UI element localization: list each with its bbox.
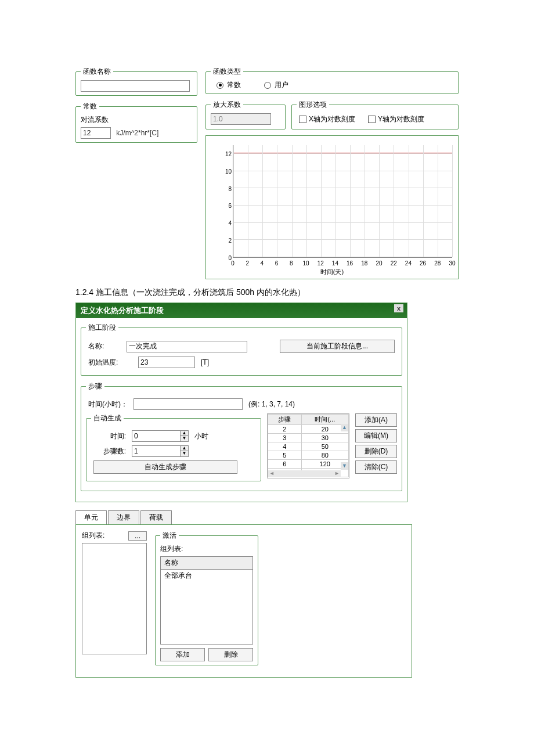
spin-down-icon[interactable]: ▼ [181, 436, 188, 441]
chart-xlabel: 时间(天) [206, 268, 458, 276]
constant-group: 常数 对流系数 kJ/m^2*hr*[C] [75, 102, 197, 143]
amp-group: 放大系数 [205, 100, 286, 129]
conv-coef-unit: kJ/m^2*hr*[C] [116, 129, 158, 137]
radio-constant[interactable]: 常数 [217, 80, 241, 90]
table-row[interactable]: 220 [268, 425, 349, 434]
func-name-legend: 函数名称 [81, 67, 113, 77]
graph-opt-group: 图形选项 X轴为对数刻度 Y轴为对数刻度 [291, 100, 459, 129]
chart-area: 024681012 024681012141618202224262830 时间… [205, 135, 459, 279]
table-row[interactable]: 450 [268, 442, 349, 451]
table-row[interactable]: 6120 [268, 460, 349, 469]
scroll-down-icon[interactable]: ▼ [341, 462, 348, 470]
checkbox-icon [299, 116, 306, 123]
tab-bar: 单元 边界 荷载 [75, 510, 400, 524]
activate-legend: 激活 [160, 531, 179, 541]
init-temp-input[interactable] [138, 357, 195, 368]
col-time[interactable]: 时间(... [301, 415, 348, 425]
stage-legend: 施工阶段 [86, 323, 118, 333]
section-heading: 1.2.4 施工信息（一次浇注完成，分析浇筑后 500h 内的水化热） [75, 287, 459, 298]
tab-load[interactable]: 荷载 [140, 510, 172, 524]
func-name-input[interactable] [81, 80, 190, 92]
auto-count-label: 步骤数: [93, 447, 126, 456]
spin-down-icon[interactable]: ▼ [181, 451, 188, 456]
stage-dialog: 定义水化热分析施工阶段 x 施工阶段 名称: 当前施工阶段信息... 初始温度:… [75, 303, 407, 502]
activate-list-label: 组列表: [160, 544, 253, 554]
steps-table[interactable]: 步骤时间(... 22033045058061207170 ▲ ▼ [267, 413, 349, 478]
stage-info-button[interactable]: 当前施工阶段信息... [280, 340, 395, 353]
steps-group: 步骤 时间(小时)： (例: 1, 3, 7, 14) 自动生成 时间: ▲▼ … [81, 381, 402, 491]
time-example: (例: 1, 3, 7, 14) [248, 399, 295, 409]
cb-xlog[interactable]: X轴为对数刻度 [299, 114, 355, 124]
clear-button[interactable]: 清除(C) [355, 460, 397, 474]
auto-gen-group: 自动生成 时间: ▲▼ 小时 步骤数: ▲▼ 自动生成步骤 [86, 413, 261, 481]
time-hours-label: 时间(小时)： [88, 399, 128, 409]
activate-delete-button[interactable]: 删除 [208, 648, 253, 661]
amp-input [211, 113, 271, 125]
tab-element[interactable]: 单元 [75, 510, 107, 524]
func-type-legend: 函数类型 [211, 67, 243, 77]
add-button[interactable]: 添加(A) [355, 413, 397, 427]
radio-icon [264, 82, 271, 89]
stage-name-label: 名称: [88, 341, 121, 351]
checkbox-icon [368, 116, 376, 123]
activate-group: 激活 组列表: 名称 全部承台 添加 删除 [155, 531, 258, 665]
auto-time-unit: 小时 [194, 431, 208, 441]
group-listbox[interactable] [82, 543, 147, 654]
time-hours-input[interactable] [134, 398, 243, 410]
conv-coef-label: 对流系数 [81, 115, 109, 125]
browse-button[interactable]: ... [128, 531, 147, 541]
scroll-up-icon[interactable]: ▲ [341, 424, 348, 431]
radio-dot-icon [217, 82, 223, 89]
auto-gen-button[interactable]: 自动生成步骤 [93, 460, 237, 474]
init-temp-unit: [T] [201, 358, 209, 366]
activate-list-header: 名称 [161, 557, 252, 570]
steps-legend: 步骤 [86, 381, 104, 391]
func-name-group: 函数名称 [75, 67, 197, 96]
graph-opt-legend: 图形选项 [297, 100, 329, 110]
edit-button[interactable]: 编辑(M) [355, 429, 397, 442]
tab-boundary[interactable]: 边界 [108, 510, 139, 524]
cb-ylog[interactable]: Y轴为对数刻度 [368, 114, 424, 124]
radio-user[interactable]: 用户 [264, 80, 288, 90]
init-temp-label: 初始温度: [88, 358, 132, 368]
col-step[interactable]: 步骤 [268, 415, 302, 425]
group-list-label: 组列表: [82, 531, 104, 541]
table-row[interactable]: 580 [268, 451, 349, 460]
auto-time-stepper[interactable]: ▲▼ [132, 430, 189, 442]
amp-legend: 放大系数 [211, 100, 243, 110]
func-type-group: 函数类型 常数 用户 [205, 67, 459, 94]
stage-name-input[interactable] [127, 341, 247, 352]
table-row[interactable]: 330 [268, 434, 349, 442]
close-icon[interactable]: x [394, 304, 403, 312]
scroll-horizontal[interactable] [268, 470, 341, 477]
auto-count-stepper[interactable]: ▲▼ [132, 445, 189, 457]
dialog-titlebar: 定义水化热分析施工阶段 x [76, 303, 407, 318]
auto-time-label: 时间: [93, 431, 126, 441]
delete-button[interactable]: 删除(D) [355, 445, 397, 458]
activate-add-button[interactable]: 添加 [160, 648, 205, 661]
constant-legend: 常数 [81, 102, 99, 111]
tab-pane-element: 组列表: ... 激活 组列表: 名称 全部承台 添加 删除 [75, 524, 412, 678]
conv-coef-input[interactable] [81, 127, 111, 139]
activate-listbox[interactable]: 名称 全部承台 [160, 556, 253, 645]
stage-group: 施工阶段 名称: 当前施工阶段信息... 初始温度: [T] [81, 323, 402, 376]
auto-gen-legend: 自动生成 [91, 413, 124, 423]
list-item[interactable]: 全部承台 [161, 570, 252, 582]
